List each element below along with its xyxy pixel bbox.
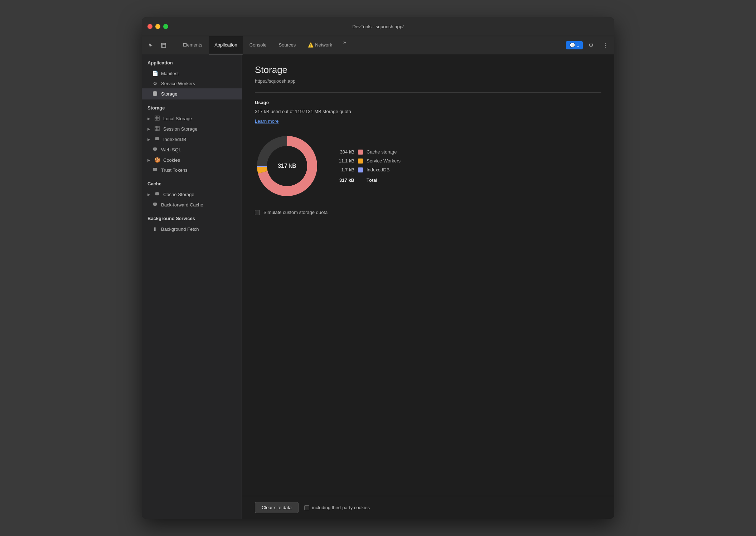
tab-elements[interactable]: Elements bbox=[177, 36, 208, 54]
more-options-button[interactable]: ⋮ bbox=[599, 39, 611, 52]
web-sql-icon bbox=[152, 147, 158, 153]
tabbar-right: 💬 1 ⚙ ⋮ bbox=[566, 36, 611, 54]
content-inner: Storage https://squoosh.app Usage 317 kB… bbox=[242, 54, 614, 496]
chat-icon: 💬 bbox=[570, 43, 575, 48]
arrow-icon: ▶ bbox=[147, 193, 150, 196]
devtools-window: DevTools - squoosh.app/ Elements Appli bbox=[142, 17, 614, 519]
page-title: Storage bbox=[255, 64, 601, 75]
sidebar-item-cache-storage[interactable]: ▶ Cache Storage bbox=[142, 189, 242, 200]
devtools-icons bbox=[145, 36, 174, 54]
back-forward-cache-icon bbox=[152, 202, 158, 208]
legend-total: 317 kB Total bbox=[336, 176, 401, 183]
indexeddb-icon bbox=[154, 136, 160, 142]
sidebar-item-label: Storage bbox=[161, 91, 178, 97]
simulate-checkbox-row[interactable]: Simulate custom storage quota bbox=[255, 210, 601, 215]
sidebar-item-service-workers[interactable]: ⚙ Service Workers bbox=[142, 78, 242, 88]
warning-icon: ⚠️ bbox=[308, 42, 314, 48]
third-party-checkbox[interactable] bbox=[304, 505, 309, 510]
close-button[interactable] bbox=[147, 24, 152, 29]
inspect-icon[interactable] bbox=[158, 39, 170, 52]
arrow-icon: ▶ bbox=[147, 158, 150, 162]
sidebar: Application 📄 Manifest ⚙ Service Workers bbox=[142, 54, 242, 519]
traffic-lights bbox=[147, 24, 168, 29]
sidebar-item-label: Cookies bbox=[163, 157, 180, 163]
legend-label: IndexedDB bbox=[367, 167, 389, 172]
cookies-icon: 🍪 bbox=[154, 157, 160, 163]
service-workers-icon: ⚙ bbox=[152, 81, 158, 86]
local-storage-icon bbox=[154, 116, 160, 122]
session-storage-icon bbox=[154, 126, 160, 132]
tab-console[interactable]: Console bbox=[244, 36, 272, 54]
sidebar-item-label: Cache Storage bbox=[163, 192, 194, 197]
sidebar-item-label: Trust Tokens bbox=[161, 167, 188, 173]
third-party-label: including third-party cookies bbox=[312, 505, 370, 510]
clear-site-data-button[interactable]: Clear site data bbox=[255, 502, 299, 513]
legend-color-cache bbox=[358, 150, 363, 155]
minimize-button[interactable] bbox=[155, 24, 160, 29]
third-party-row: including third-party cookies bbox=[304, 505, 370, 510]
sidebar-item-web-sql[interactable]: Web SQL bbox=[142, 145, 242, 155]
notification-button[interactable]: 💬 1 bbox=[566, 41, 583, 49]
usage-label: Usage bbox=[255, 100, 601, 105]
svg-rect-0 bbox=[161, 43, 166, 48]
sidebar-section-background: Background Services bbox=[142, 210, 242, 224]
legend-label: Service Workers bbox=[367, 158, 401, 164]
maximize-button[interactable] bbox=[163, 24, 168, 29]
sidebar-item-label: Manifest bbox=[161, 71, 179, 76]
tab-sources[interactable]: Sources bbox=[273, 36, 302, 54]
svg-rect-4 bbox=[155, 116, 159, 120]
sidebar-section-application: Application bbox=[142, 54, 242, 68]
sidebar-item-back-forward-cache[interactable]: Back-forward Cache bbox=[142, 200, 242, 210]
titlebar: DevTools - squoosh.app/ bbox=[142, 17, 614, 36]
arrow-icon: ▶ bbox=[147, 137, 150, 141]
sidebar-item-background-fetch[interactable]: ⬆ Background Fetch bbox=[142, 224, 242, 234]
sidebar-section-storage: Storage bbox=[142, 99, 242, 113]
sidebar-item-local-storage[interactable]: ▶ Local Storage bbox=[142, 113, 242, 124]
sidebar-item-cookies[interactable]: ▶ 🍪 Cookies bbox=[142, 155, 242, 165]
simulate-checkbox[interactable] bbox=[255, 210, 260, 215]
tabbar: Elements Application Console Sources ⚠️ … bbox=[142, 36, 614, 54]
legend: 304 kB Cache storage 11.1 kB Service Wor… bbox=[336, 149, 401, 183]
legend-item-sw: 11.1 kB Service Workers bbox=[336, 158, 401, 164]
legend-item-cache: 304 kB Cache storage bbox=[336, 149, 401, 155]
cursor-icon[interactable] bbox=[145, 39, 157, 52]
bottom-bar: Clear site data including third-party co… bbox=[242, 496, 614, 519]
cache-storage-icon bbox=[154, 191, 160, 198]
sidebar-item-manifest[interactable]: 📄 Manifest bbox=[142, 68, 242, 78]
legend-color-sw bbox=[358, 159, 363, 164]
sidebar-item-indexeddb[interactable]: ▶ IndexedDB bbox=[142, 134, 242, 145]
svg-rect-9 bbox=[155, 126, 159, 131]
divider bbox=[255, 92, 601, 93]
sidebar-item-label: Web SQL bbox=[161, 147, 181, 152]
sidebar-item-label: Background Fetch bbox=[161, 226, 199, 232]
legend-value: 1.7 kB bbox=[336, 167, 354, 172]
legend-label: Cache storage bbox=[367, 149, 397, 155]
more-tabs-button[interactable]: » bbox=[339, 36, 351, 48]
sidebar-item-trust-tokens[interactable]: Trust Tokens bbox=[142, 165, 242, 175]
tab-application[interactable]: Application bbox=[209, 36, 243, 54]
chart-area: 317 kB 304 kB Cache storage 11.1 kB Serv… bbox=[255, 134, 601, 198]
usage-text: 317 kB used out of 1197131 MB storage qu… bbox=[255, 109, 601, 114]
sidebar-item-storage[interactable]: Storage bbox=[142, 88, 242, 99]
donut-chart: 317 kB bbox=[255, 134, 319, 198]
legend-color-indexeddb bbox=[358, 167, 363, 172]
simulate-label: Simulate custom storage quota bbox=[263, 210, 328, 215]
main-layout: Application 📄 Manifest ⚙ Service Workers bbox=[142, 54, 614, 519]
legend-item-indexeddb: 1.7 kB IndexedDB bbox=[336, 167, 401, 172]
sidebar-section-cache: Cache bbox=[142, 175, 242, 189]
window-title: DevTools - squoosh.app/ bbox=[352, 24, 403, 29]
settings-button[interactable]: ⚙ bbox=[585, 39, 597, 52]
learn-more-link[interactable]: Learn more bbox=[255, 118, 278, 124]
content-area: Storage https://squoosh.app Usage 317 kB… bbox=[242, 54, 614, 519]
arrow-icon: ▶ bbox=[147, 127, 150, 131]
trust-tokens-icon bbox=[152, 167, 158, 173]
arrow-icon: ▶ bbox=[147, 117, 150, 121]
sidebar-item-session-storage[interactable]: ▶ Session Storage bbox=[142, 124, 242, 134]
legend-value: 304 kB bbox=[336, 149, 354, 155]
manifest-icon: 📄 bbox=[152, 70, 158, 76]
sidebar-item-label: Back-forward Cache bbox=[161, 202, 203, 208]
total-label: Total bbox=[367, 177, 377, 183]
total-value: 317 kB bbox=[336, 177, 354, 183]
tab-network[interactable]: ⚠️ Network bbox=[302, 36, 338, 54]
storage-icon bbox=[152, 91, 158, 97]
